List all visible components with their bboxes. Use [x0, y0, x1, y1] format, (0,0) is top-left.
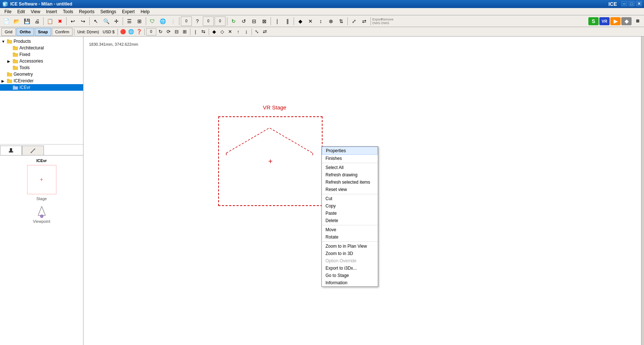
app-icon-vr[interactable]: VR — [599, 17, 610, 25]
refresh-button[interactable]: ↻ — [229, 16, 238, 26]
shield-button[interactable]: 🛡 — [148, 16, 157, 26]
counter-b-button[interactable]: 0 — [215, 16, 226, 26]
exclaim-button[interactable]: ❕ — [168, 16, 178, 26]
canvas-area[interactable]: 1830.341mm, 3742.622mm VR Stage + — [83, 37, 644, 345]
list-button[interactable]: ☰ — [124, 16, 134, 26]
tree-item-accessories[interactable]: ▶ Accessories — [0, 58, 83, 64]
tab-edit[interactable] — [22, 146, 44, 155]
zoom-button[interactable]: 🔍 — [101, 16, 111, 26]
h-arrows-button[interactable]: ↕ — [316, 16, 325, 26]
ctx-go-to-stage[interactable]: Go to Stage — [322, 272, 378, 279]
redo-button[interactable]: ↪ — [78, 16, 88, 26]
ctx-option-override[interactable]: Option Override — [322, 257, 378, 265]
tab-pencil[interactable] — [0, 146, 22, 155]
maximize-button[interactable]: □ — [629, 1, 634, 6]
tb2-icon11[interactable]: ◇ — [219, 28, 226, 35]
tb2-icon9[interactable]: ⇆ — [200, 28, 207, 35]
delete-button[interactable]: ✖ — [55, 16, 65, 26]
print-button[interactable]: 🖨 — [32, 16, 42, 26]
ud-arrows-button[interactable]: ⇅ — [336, 16, 346, 26]
move-button[interactable]: ✛ — [112, 16, 121, 26]
cross-button[interactable]: ✕ — [306, 16, 315, 26]
multi-rect2-button[interactable]: ⊠ — [260, 16, 269, 26]
ctx-reset-view[interactable]: Reset view — [322, 186, 378, 193]
select-arrow-button[interactable]: ↖ — [91, 16, 101, 26]
counter-a-button[interactable]: 0 — [203, 16, 214, 26]
tb2-counter1[interactable]: 0 — [146, 28, 156, 35]
x-mark-button[interactable]: ⊗ — [326, 16, 336, 26]
ctx-move[interactable]: Move — [322, 226, 378, 233]
app-icon-orange[interactable]: ▶ — [610, 17, 621, 25]
tb2-refresh[interactable]: ↻ — [157, 28, 164, 35]
menu-settings[interactable]: Settings — [97, 8, 119, 15]
bar-button[interactable]: | — [272, 16, 282, 26]
app-icon-s[interactable]: S — [588, 17, 599, 25]
ctx-cut[interactable]: Cut — [322, 195, 378, 202]
ctx-export-i3dx[interactable]: Export to i3Dx... — [322, 265, 378, 272]
tb2-icon5[interactable]: ⟳ — [165, 28, 172, 35]
diamond-button[interactable]: ◆ — [295, 16, 305, 26]
menu-file[interactable]: File — [1, 8, 14, 15]
remove-dwg-button[interactable]: Remove DWG — [383, 16, 392, 26]
ctx-paste[interactable]: Paste — [322, 210, 378, 217]
minimize-button[interactable]: ─ — [621, 1, 627, 6]
dbl-bar-button[interactable]: ‖ — [283, 16, 292, 26]
tb2-icon2[interactable]: 🌐 — [127, 28, 135, 35]
tree-item-fixed[interactable]: Fixed — [0, 51, 83, 58]
tb2-icon13[interactable]: ↑ — [235, 28, 242, 35]
ctx-rotate[interactable]: Rotate — [322, 233, 378, 241]
menu-tools[interactable]: Tools — [60, 8, 76, 15]
tb2-icon14[interactable]: ↨ — [243, 28, 250, 35]
undo2-button[interactable]: ↺ — [239, 16, 249, 26]
ctx-properties[interactable]: Properties — [322, 147, 378, 155]
ctx-delete[interactable]: Delete — [322, 217, 378, 224]
tree-item-architectural[interactable]: Architectural — [0, 45, 83, 51]
app-icon-gray[interactable]: ◆ — [621, 17, 632, 25]
menu-expert[interactable]: Expert — [119, 8, 138, 15]
export-dwg-button[interactable]: Export DWG — [372, 16, 382, 26]
globe-button[interactable]: 🌐 — [158, 16, 167, 26]
tree-item-icevr[interactable]: ICEvr — [0, 84, 83, 91]
tree-item-icerender[interactable]: ▶ ICErender — [0, 78, 83, 84]
tb-extra1-button[interactable]: ⤢ — [349, 16, 359, 26]
menu-edit[interactable]: Edit — [14, 8, 28, 15]
tb2-icon10[interactable]: ◆ — [211, 28, 218, 35]
tree-item-products[interactable]: ▼ Products — [0, 38, 83, 45]
menu-reports[interactable]: Reports — [76, 8, 97, 15]
ortho-toggle-button[interactable]: Ortho — [16, 28, 34, 36]
snap-toggle-button[interactable]: Snap — [35, 28, 51, 36]
grid-button[interactable]: ⊞ — [135, 16, 144, 26]
menu-insert[interactable]: Insert — [43, 8, 60, 15]
counter0-button[interactable]: 0 — [181, 16, 192, 26]
grid-toggle-button[interactable]: Grid — [1, 28, 16, 36]
new-button[interactable]: 📄 — [1, 16, 11, 26]
tb2-icon3[interactable]: ❓ — [135, 28, 143, 35]
ctx-refresh-drawing[interactable]: Refresh drawing — [322, 171, 378, 179]
save-button[interactable]: 💾 — [22, 16, 31, 26]
ctx-select-all[interactable]: Select All — [322, 164, 378, 171]
close-button[interactable]: ✕ — [636, 1, 642, 6]
ctx-copy[interactable]: Copy — [322, 202, 378, 210]
menu-help[interactable]: Help — [138, 8, 153, 15]
open-button[interactable]: 📂 — [12, 16, 21, 26]
multi-rect1-button[interactable]: ⊟ — [249, 16, 259, 26]
ctx-finishes[interactable]: Finishes — [322, 155, 378, 162]
tb2-icon6[interactable]: ⊟ — [173, 28, 180, 35]
tree-item-geometry[interactable]: Geometry — [0, 71, 83, 78]
tb2-icon1[interactable]: 🔴 — [119, 28, 127, 35]
undo-button[interactable]: ↩ — [68, 16, 78, 26]
ctx-zoom-plan[interactable]: Zoom to in Plan View — [322, 243, 378, 250]
menu-view[interactable]: View — [28, 8, 43, 15]
tb2-icon12[interactable]: ✕ — [227, 28, 234, 35]
ctx-zoom-3d[interactable]: Zoom to in 3D — [322, 250, 378, 257]
help-button[interactable]: ? — [193, 16, 202, 26]
confirm-button[interactable]: Confirm — [52, 28, 73, 36]
tb2-icon8[interactable]: | — [192, 28, 199, 35]
tb2-icon7[interactable]: ⊞ — [181, 28, 189, 35]
app-icon-extra[interactable]: ⊞ — [632, 17, 643, 25]
ctx-information[interactable]: Information — [322, 279, 378, 286]
tb2-icon15[interactable]: ⤡ — [253, 28, 261, 35]
new2-button[interactable]: 📋 — [45, 16, 55, 26]
ctx-refresh-selected[interactable]: Refresh selected items — [322, 179, 378, 186]
tb-extra2-button[interactable]: ⇄ — [360, 16, 369, 26]
